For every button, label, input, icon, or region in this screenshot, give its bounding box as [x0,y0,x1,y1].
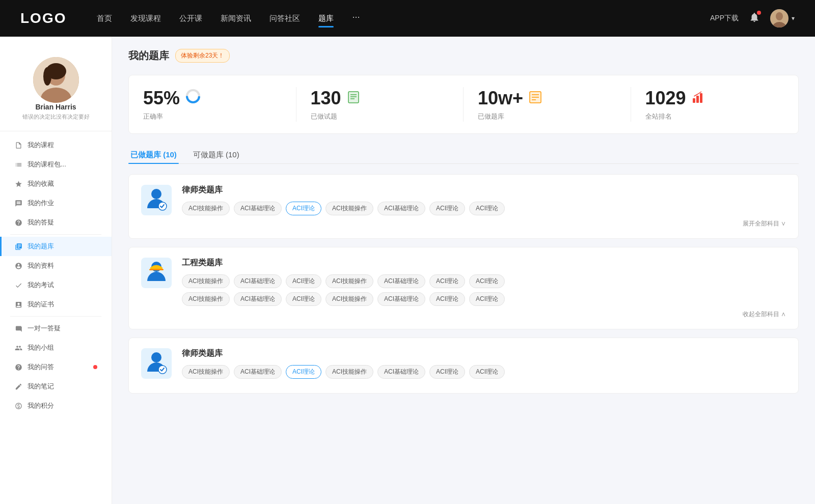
bank-list-icon [528,88,542,109]
sidebar-item-group[interactable]: 我的小组 [0,338,112,357]
package-icon [14,160,22,169]
tag-2-4[interactable]: ACI基础理论 [377,274,425,288]
sidebar-item-question-bank[interactable]: 我的题库 [0,237,112,256]
tag-2-5[interactable]: ACI理论 [429,274,465,288]
star-icon [14,180,22,188]
tag-1-6[interactable]: ACI理论 [469,202,505,215]
notification-dot [757,11,761,15]
svg-rect-20 [693,98,695,103]
tab-available-banks[interactable]: 可做题库 (10) [191,146,241,164]
qbank-icon-lawyer-1 [141,185,172,215]
tag-1-0[interactable]: ACI技能操作 [182,202,230,215]
sidebar-item-answers[interactable]: 我的答疑 [0,213,112,232]
qbank-item-2: 工程类题库 ACI技能操作 ACI基础理论 ACI理论 ACI技能操作 ACI基… [128,247,799,329]
sidebar-item-my-questions[interactable]: 我的问答 [0,357,112,377]
rank-chart-icon [691,88,705,109]
menu-divider-2 [10,316,101,317]
tag-3-1[interactable]: ACI基础理论 [234,365,282,379]
chat-icon [14,324,22,332]
tag-3-6[interactable]: ACI理论 [469,365,505,379]
avatar [770,9,789,27]
qbank-icon-lawyer-3 [141,348,172,379]
tag-2-0[interactable]: ACI技能操作 [182,274,230,288]
tag-3-4[interactable]: ACI基础理论 [377,365,425,379]
tag-2b-0[interactable]: ACI技能操作 [182,292,230,306]
courses-icon [14,141,22,149]
notification-bell[interactable] [749,12,760,25]
qbank-content-3: 律师类题库 ACI技能操作 ACI基础理论 ACI理论 ACI技能操作 ACI基… [182,348,786,383]
homework-icon [14,199,22,207]
tag-2b-5[interactable]: ACI理论 [429,292,465,306]
tag-2-1[interactable]: ACI基础理论 [234,274,282,288]
sidebar-item-homework[interactable]: 我的作业 [0,193,112,213]
qbank-icon-engineer [141,258,172,288]
nav-open-course[interactable]: 公开课 [179,12,202,25]
expand-link-1[interactable]: 展开全部科目 ∨ [182,219,786,228]
qbank-item-1: 律师类题库 ACI技能操作 ACI基础理论 ACI理论 ACI技能操作 ACI基… [128,174,799,239]
nav-home[interactable]: 首页 [97,12,112,25]
user-avatar-area[interactable]: ▾ [770,9,795,27]
tag-1-2[interactable]: ACI理论 [286,202,321,215]
tab-done-banks[interactable]: 已做题库 (10) [128,146,179,164]
page-header: 我的题库 体验剩余23天！ [128,49,799,63]
sidebar-item-courses[interactable]: 我的课程 [0,135,112,155]
sidebar-item-course-packages[interactable]: 我的课程包... [0,155,112,174]
svg-rect-10 [348,92,359,103]
tag-1-1[interactable]: ACI基础理论 [234,202,282,215]
tag-1-3[interactable]: ACI技能操作 [325,202,373,215]
header-right: APP下载 ▾ [710,9,795,27]
stat-done-questions: 130 已做试题 [296,75,464,133]
tag-3-2[interactable]: ACI理论 [286,365,321,379]
tags-row-3: ACI技能操作 ACI基础理论 ACI理论 ACI技能操作 ACI基础理论 AC… [182,365,786,379]
tag-2b-6[interactable]: ACI理论 [469,292,505,306]
stat-accuracy-number: 55% [143,88,282,109]
nav-bank[interactable]: 题库 [318,12,334,25]
sidebar-avatar [33,57,79,103]
sidebar-item-exam[interactable]: 我的考试 [0,275,112,295]
nav-qa[interactable]: 问答社区 [269,12,300,25]
tag-2-3[interactable]: ACI技能操作 [325,274,373,288]
sidebar-item-one-on-one[interactable]: 一对一答疑 [0,319,112,338]
tag-1-4[interactable]: ACI基础理论 [377,202,425,215]
tag-2-6[interactable]: ACI理论 [469,274,505,288]
qbank-title-2: 工程类题库 [182,258,786,268]
sidebar-item-profile[interactable]: 我的资料 [0,256,112,275]
stat-accuracy: 55% 正确率 [129,75,296,133]
stats-row: 55% 正确率 130 [128,75,799,134]
tag-1-5[interactable]: ACI理论 [429,202,465,215]
notes-icon [14,382,22,390]
tag-2b-3[interactable]: ACI技能操作 [325,292,373,306]
tag-2b-2[interactable]: ACI理论 [286,292,321,306]
layout: Brian Harris 错误的决定比没有决定要好 我的课程 我的课程包... [0,37,815,504]
sidebar-item-points[interactable]: 我的积分 [0,396,112,415]
tag-2b-4[interactable]: ACI基础理论 [377,292,425,306]
nav: 首页 发现课程 公开课 新闻资讯 问答社区 题库 ··· [97,12,710,25]
qbank-title-1: 律师类题库 [182,185,786,195]
collapse-link-2[interactable]: 收起全部科目 ∧ [182,310,786,319]
svg-point-28 [151,352,161,362]
tag-3-0[interactable]: ACI技能操作 [182,365,230,379]
sidebar-item-certificate[interactable]: 我的证书 [0,295,112,314]
trial-badge[interactable]: 体验剩余23天！ [175,49,230,63]
exam-icon [14,281,22,289]
tag-3-3[interactable]: ACI技能操作 [325,365,373,379]
sidebar-username: Brian Harris [35,103,76,111]
tag-3-5[interactable]: ACI理论 [429,365,465,379]
stat-rank: 1029 全站排名 [631,75,799,133]
nav-more[interactable]: ··· [352,12,360,25]
sidebar-item-notes[interactable]: 我的笔记 [0,377,112,396]
stat-rank-label: 全站排名 [645,112,784,121]
stat-accuracy-label: 正确率 [143,112,282,121]
tag-2-2[interactable]: ACI理论 [286,274,321,288]
app-download-btn[interactable]: APP下载 [710,14,739,23]
logo[interactable]: LOGO [20,10,66,26]
sidebar-item-favorites[interactable]: 我的收藏 [0,174,112,193]
stat-done-questions-label: 已做试题 [311,112,450,121]
cert-icon [14,300,22,309]
tag-2b-1[interactable]: ACI基础理论 [234,292,282,306]
menu-divider-1 [10,234,101,235]
nav-discover[interactable]: 发现课程 [130,12,161,25]
nav-news[interactable]: 新闻资讯 [221,12,251,25]
qbank-item-3: 律师类题库 ACI技能操作 ACI基础理论 ACI理论 ACI技能操作 ACI基… [128,338,799,394]
bank-icon [14,242,22,250]
